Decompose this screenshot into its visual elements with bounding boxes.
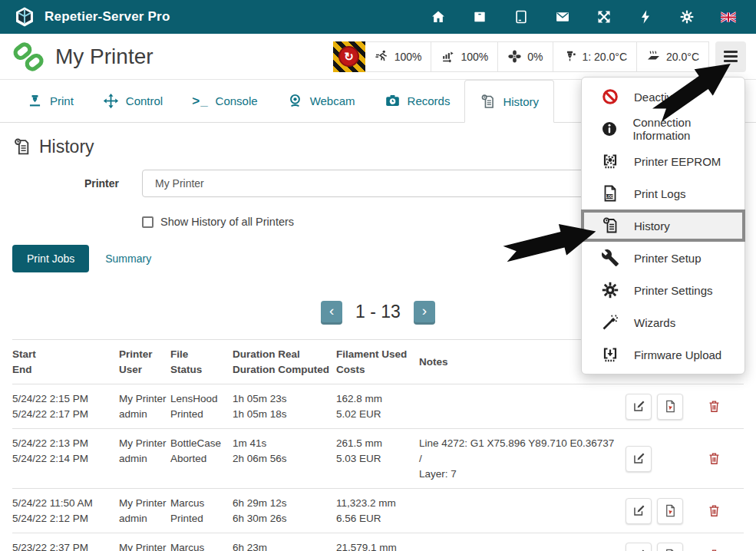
fan-icon <box>507 49 522 64</box>
table-row: 5/23/22 2:37 PM5/23/22 9:01 PM My Printe… <box>12 533 744 551</box>
page-range: 1 - 13 <box>355 302 401 322</box>
prev-page-button[interactable]: ‹ <box>321 301 342 322</box>
emergency-stop-icon: ↻ <box>338 46 359 67</box>
tab-webcam[interactable]: Webcam <box>272 80 370 122</box>
tab-console[interactable]: >_ Console <box>177 80 272 122</box>
history-tab-icon <box>480 94 496 110</box>
table-row: 5/24/22 11:50 AM5/24/22 2:12 PM My Print… <box>12 488 744 533</box>
edit-note-button[interactable] <box>626 498 652 524</box>
home-icon[interactable] <box>431 9 446 25</box>
wrench-icon <box>600 248 620 268</box>
printer-statusbar: ↻ 100% 100% 0% 1: 20.0°C 20.0°C <box>333 41 746 72</box>
app-title: Repetier-Server Pro <box>45 9 170 25</box>
eeprom-chip-icon <box>600 151 620 171</box>
print-queue-icon[interactable] <box>472 9 487 25</box>
print-tab-icon <box>27 93 43 109</box>
printer-header: My Printer ↻ 100% 100% 0% 1: 20.0°C <box>0 34 756 80</box>
speed-runner-icon <box>375 49 389 64</box>
edit-note-button[interactable] <box>626 394 652 420</box>
connected-link-icon <box>12 41 45 73</box>
printer-dropdown-menu: Deactivate Connection Information Printe… <box>581 77 745 374</box>
history-menu-icon <box>600 216 620 236</box>
delete-entry-icon[interactable] <box>707 503 721 519</box>
menu-item-history[interactable]: History <box>581 210 745 242</box>
show-all-printers-label: Show History of all Printers <box>160 216 294 228</box>
tab-control[interactable]: Control <box>88 80 177 122</box>
menu-item-printer-setup[interactable]: Printer Setup <box>582 242 744 274</box>
menu-item-printer-eeprom[interactable]: Printer EEPROM <box>582 145 744 177</box>
info-icon <box>600 119 619 139</box>
tab-records[interactable]: Records <box>370 80 465 122</box>
delete-entry-icon[interactable] <box>707 450 721 467</box>
print-jobs-button[interactable]: Print Jobs <box>12 245 89 272</box>
tab-print[interactable]: Print <box>12 80 88 122</box>
repetier-logo-icon <box>14 6 35 28</box>
deactivate-icon <box>600 87 620 107</box>
table-row: 5/24/22 2:13 PM5/24/22 2:14 PM My Printe… <box>12 428 744 488</box>
menu-item-deactivate[interactable]: Deactivate <box>582 81 744 113</box>
svg-text:LOG: LOG <box>606 195 613 199</box>
fan-status[interactable]: 0% <box>497 42 552 71</box>
heated-bed-icon <box>646 49 661 64</box>
console-tab-icon: >_ <box>192 94 208 109</box>
webcam-tab-icon <box>287 93 303 109</box>
pdf-report-button[interactable] <box>657 498 683 524</box>
flow-bars-icon <box>441 49 455 64</box>
expand-arrows-icon[interactable] <box>596 9 612 25</box>
menu-item-print-logs[interactable]: LOG Print Logs <box>582 177 744 210</box>
summary-link[interactable]: Summary <box>105 252 151 265</box>
show-all-printers-checkbox[interactable] <box>142 216 154 228</box>
pdf-report-button[interactable] <box>657 543 683 551</box>
speed-multiplier-status[interactable]: 100% <box>365 42 431 71</box>
printer-select-label: Printer <box>12 177 119 190</box>
messages-icon[interactable] <box>555 9 570 25</box>
printer-title: My Printer <box>55 45 154 69</box>
records-tab-icon <box>385 93 401 109</box>
extruder-temp-status[interactable]: 1: 20.0°C <box>553 42 637 71</box>
language-flag-icon[interactable] <box>721 9 736 25</box>
tab-history[interactable]: History <box>464 80 554 123</box>
menu-item-wizards[interactable]: Wizards <box>582 306 744 338</box>
top-navbar: Repetier-Server Pro <box>0 0 756 34</box>
menu-item-firmware-upload[interactable]: Firmware Upload <box>582 338 744 371</box>
next-page-button[interactable]: › <box>414 301 435 322</box>
table-row: 5/24/22 2:15 PM5/24/22 2:17 PM My Printe… <box>12 384 744 428</box>
bed-temp-status[interactable]: 20.0°C <box>636 42 708 71</box>
printer-menu-button[interactable] <box>715 41 746 72</box>
delete-entry-icon[interactable] <box>707 398 721 414</box>
gear-icon <box>600 280 620 300</box>
flow-multiplier-status[interactable]: 100% <box>431 42 497 71</box>
history-heading-icon <box>12 137 31 157</box>
edit-note-button[interactable] <box>626 446 652 472</box>
edit-note-button[interactable] <box>626 543 652 551</box>
extruder-icon <box>563 49 577 64</box>
control-tab-icon <box>103 93 119 109</box>
emergency-stop-button[interactable]: ↻ <box>333 41 365 72</box>
magic-wand-icon <box>600 312 620 332</box>
menu-item-printer-settings[interactable]: Printer Settings <box>582 274 744 306</box>
models-icon[interactable] <box>513 9 529 25</box>
delete-entry-icon[interactable] <box>707 547 721 551</box>
log-file-icon: LOG <box>600 183 620 203</box>
power-bolt-icon[interactable] <box>638 9 653 25</box>
global-settings-icon[interactable] <box>679 9 695 25</box>
pdf-report-button[interactable] <box>657 394 683 420</box>
menu-item-connection-information[interactable]: Connection Information <box>582 113 744 145</box>
firmware-upload-icon <box>600 345 620 365</box>
